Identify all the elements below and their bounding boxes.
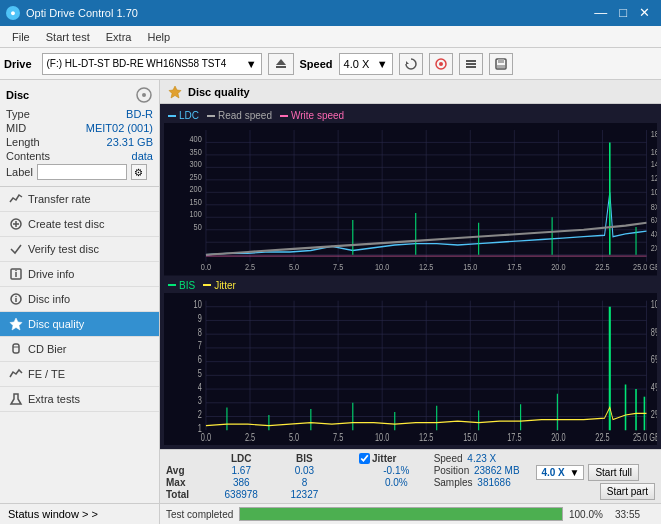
fe-te-icon bbox=[8, 366, 24, 382]
start-part-button[interactable]: Start part bbox=[600, 483, 655, 500]
sidebar-item-verify-test-disc[interactable]: Verify test disc bbox=[0, 237, 159, 262]
sidebar-spacer bbox=[0, 412, 159, 503]
sidebar-item-create-test-disc-label: Create test disc bbox=[28, 218, 104, 230]
disc-label-row: Label ⚙ bbox=[6, 164, 153, 180]
svg-marker-0 bbox=[276, 59, 286, 65]
svg-text:7: 7 bbox=[198, 340, 202, 352]
progress-area: Test completed 100.0% 33:55 bbox=[160, 503, 661, 524]
speed-selector[interactable]: 4.0 X ▼ bbox=[339, 53, 393, 75]
content-header-icon bbox=[168, 85, 182, 99]
status-text: Test completed bbox=[166, 509, 233, 520]
disc-info-icon bbox=[8, 291, 24, 307]
svg-text:4%: 4% bbox=[651, 381, 657, 393]
write-speed-legend-item: Write speed bbox=[280, 110, 344, 121]
svg-rect-23 bbox=[13, 344, 19, 353]
speed-col-header: Speed 4.23 X bbox=[434, 453, 533, 464]
svg-text:8X: 8X bbox=[651, 201, 657, 212]
svg-text:100: 100 bbox=[190, 208, 202, 219]
svg-text:22.5: 22.5 bbox=[595, 261, 609, 272]
svg-text:200: 200 bbox=[190, 183, 202, 194]
svg-text:8%: 8% bbox=[651, 326, 657, 338]
jitter-col-header: Jitter bbox=[359, 453, 434, 464]
disc-contents-label: Contents bbox=[6, 150, 50, 162]
toolbar-burn-button[interactable] bbox=[429, 53, 453, 75]
sidebar-item-create-test-disc[interactable]: Create test disc bbox=[0, 212, 159, 237]
disc-label-input[interactable] bbox=[37, 164, 127, 180]
menu-file[interactable]: File bbox=[4, 29, 38, 45]
speed-col-label: Speed bbox=[434, 453, 463, 464]
menu-bar: File Start test Extra Help bbox=[0, 26, 661, 48]
stats-table: LDC BIS Jitter Speed 4.23 X bbox=[166, 453, 655, 500]
toolbar-settings-button[interactable] bbox=[459, 53, 483, 75]
sidebar-item-disc-info[interactable]: Disc info bbox=[0, 287, 159, 312]
disc-contents-value: data bbox=[132, 150, 153, 162]
maximize-button[interactable]: □ bbox=[614, 4, 632, 22]
start-full-button[interactable]: Start full bbox=[588, 464, 639, 481]
svg-text:50: 50 bbox=[194, 221, 202, 232]
sidebar-item-fe-te-label: FE / TE bbox=[28, 368, 65, 380]
jitter-checkbox-label[interactable]: Jitter bbox=[359, 453, 434, 464]
svg-text:22.5: 22.5 bbox=[595, 431, 609, 443]
eject-icon bbox=[273, 56, 289, 72]
svg-text:14X: 14X bbox=[651, 158, 657, 169]
sidebar-item-extra-tests-label: Extra tests bbox=[28, 393, 80, 405]
total-bis: 12327 bbox=[273, 488, 336, 500]
save-icon bbox=[494, 57, 508, 71]
close-button[interactable]: ✕ bbox=[634, 4, 655, 22]
disc-quality-icon bbox=[8, 316, 24, 332]
chart2-plot: 10 9 8 7 6 5 4 3 2 1 10% 8% 6% bbox=[164, 293, 657, 446]
extra-tests-icon bbox=[8, 391, 24, 407]
sidebar-item-drive-info[interactable]: Drive info bbox=[0, 262, 159, 287]
menu-extra[interactable]: Extra bbox=[98, 29, 140, 45]
sidebar-item-disc-quality[interactable]: Disc quality bbox=[0, 312, 159, 337]
sidebar-item-fe-te[interactable]: FE / TE bbox=[0, 362, 159, 387]
status-window-label: Status window > > bbox=[8, 508, 98, 520]
svg-text:10.0: 10.0 bbox=[375, 431, 389, 443]
content-header: Disc quality bbox=[160, 80, 661, 104]
chart1-container: LDC Read speed Write speed bbox=[164, 108, 657, 276]
toolbar-refresh-button[interactable] bbox=[399, 53, 423, 75]
total-ldc: 638978 bbox=[210, 488, 273, 500]
status-window-button[interactable]: Status window > > bbox=[0, 503, 159, 524]
disc-header-label: Disc bbox=[6, 89, 29, 101]
menu-help[interactable]: Help bbox=[139, 29, 178, 45]
drive-selector[interactable]: (F:) HL-DT-ST BD-RE WH16NS58 TST4 ▼ bbox=[42, 53, 262, 75]
disc-header: Disc bbox=[6, 86, 153, 104]
svg-text:10X: 10X bbox=[651, 186, 657, 197]
eject-button[interactable] bbox=[268, 53, 294, 75]
chart1-plot: 400 350 300 250 200 150 100 50 18X 16X 1… bbox=[164, 123, 657, 276]
disc-label-button[interactable]: ⚙ bbox=[131, 164, 147, 180]
stats-area: LDC BIS Jitter Speed 4.23 X bbox=[160, 449, 661, 503]
svg-text:6X: 6X bbox=[651, 214, 657, 225]
settings-icon bbox=[464, 57, 478, 71]
read-speed-legend-label: Read speed bbox=[218, 110, 272, 121]
speed-dropdown[interactable]: 4.0 X ▼ bbox=[536, 465, 584, 480]
jitter-checkbox[interactable] bbox=[359, 453, 370, 464]
svg-text:5.0: 5.0 bbox=[289, 431, 299, 443]
stats-main-row: LDC BIS Jitter Speed 4.23 X bbox=[166, 453, 655, 500]
sidebar-item-extra-tests[interactable]: Extra tests bbox=[0, 387, 159, 412]
speed-col-value: 4.23 X bbox=[467, 453, 496, 464]
disc-length-label: Length bbox=[6, 136, 40, 148]
disc-length-value: 23.31 GB bbox=[107, 136, 153, 148]
svg-text:10.0: 10.0 bbox=[375, 261, 389, 272]
drive-dropdown-icon: ▼ bbox=[246, 58, 257, 70]
avg-ldc: 1.67 bbox=[210, 464, 273, 476]
minimize-button[interactable]: — bbox=[589, 4, 612, 22]
jitter-legend-item: Jitter bbox=[203, 280, 236, 291]
sidebar-item-transfer-rate[interactable]: Transfer rate bbox=[0, 187, 159, 212]
svg-text:12.5: 12.5 bbox=[419, 431, 433, 443]
toolbar-save-button[interactable] bbox=[489, 53, 513, 75]
sidebar-item-cd-bier[interactable]: CD Bier bbox=[0, 337, 159, 362]
svg-text:2%: 2% bbox=[651, 408, 657, 420]
svg-text:16X: 16X bbox=[651, 146, 657, 157]
svg-rect-1 bbox=[276, 66, 286, 68]
sidebar-item-transfer-rate-label: Transfer rate bbox=[28, 193, 91, 205]
avg-label: Avg bbox=[166, 464, 210, 476]
charts-area: LDC Read speed Write speed bbox=[160, 104, 661, 449]
content-title: Disc quality bbox=[188, 86, 250, 98]
drive-label: Drive bbox=[4, 58, 32, 70]
drive-value: (F:) HL-DT-ST BD-RE WH16NS58 TST4 bbox=[47, 58, 246, 69]
menu-start-test[interactable]: Start test bbox=[38, 29, 98, 45]
disc-header-icon bbox=[135, 86, 153, 104]
